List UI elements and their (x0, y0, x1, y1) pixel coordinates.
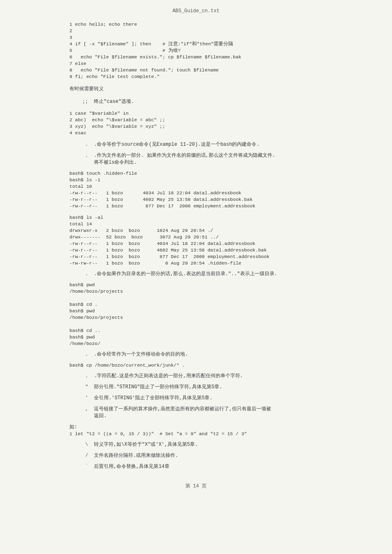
code-block-pwd: bash$ pwd /home/bozo/projects bash$ cd .… (69, 282, 368, 347)
example-intro: 如: (69, 424, 368, 431)
margin-dot-movedest: . (69, 351, 94, 358)
code-block-case: 1 case "$variable" in 2 abc) echo "\$var… (69, 110, 368, 136)
code-pre-pwd: bash$ pwd /home/bozo/projects bash$ cd .… (69, 282, 368, 347)
margin-double-semicolon: ;; (69, 98, 94, 105)
dot-source-text: .命令等价于source命令(见Example 11-20).这是一个bash的… (94, 141, 260, 148)
backtick-section: ` 后置引用,命令替换,具体见第14章 (69, 463, 368, 470)
margin-dot-hidden: . (69, 152, 94, 159)
double-quote-text: 部分引用."STRING"阻止了一部分特殊字符,具体见第5章. (94, 384, 222, 391)
dot-source-section: . .命令等价于source命令(见Example 11-20).这是一个bas… (69, 141, 368, 148)
single-quote-text: 全引用.'STRING'阻止了全部特殊字符,具体见第5章. (94, 395, 212, 402)
backtick-text: 后置引用,命令替换,具体见第14章 (94, 463, 169, 470)
margin-double-quote: " (69, 384, 94, 391)
code-pre-lsal: bash$ ls -al total 14 drwxrwxr-x 2 bozo … (69, 214, 368, 267)
dot-movedest-section: . .命令经常作为一个文件移动命令的目的地. (69, 351, 368, 358)
code-block-touch: bash$ touch .hidden-file bash$ ls -1 tot… (69, 170, 368, 209)
text-escape-content: 有时候需要转义 (69, 86, 104, 92)
code-pre-touch: bash$ touch .hidden-file bash$ ls -1 tot… (69, 170, 368, 209)
footer-text: 第 14 页 (185, 483, 207, 489)
comma-section: , 逗号链接了一系列的算术操作,虽然里边所有的内容都被运行了,但只有最后一项被返… (69, 406, 368, 420)
margin-backtick: ` (69, 463, 94, 470)
code-pre-cp: bash$ cp /home/bozo/current_work/junk/* … (69, 362, 368, 369)
page: ABS_Guide_cn.txt 1 echo hello; echo ther… (0, 0, 392, 554)
code-block-lsal: bash$ ls -al total 14 drwxrwxr-x 2 bozo … (69, 214, 368, 267)
backslash-text: 转义字符,如\X等价于"X"或'X',具体见第5章. (94, 441, 198, 448)
comma-text: 逗号链接了一系列的算术操作,虽然里边所有的内容都被运行了,但只有最后一项被返回. (94, 406, 271, 420)
dot-regex-text: .字符匹配.这是作为正则表达是的一部分,用来匹配任何的单个字符. (94, 373, 243, 380)
dot-hidden-section: . .作为文件名的一部分. 如果作为文件名的前缀的话,那么这个文件将成为隐藏文件… (69, 152, 368, 166)
margin-dot-source: . (69, 141, 94, 148)
backslash-section: \ 转义字符,如\X等价于"X"或'X',具体见第5章. (69, 441, 368, 448)
code-block-let: 1 let "t2 = ((a = 9, 15 / 3))" # Set "a … (69, 431, 368, 437)
page-footer: 第 14 页 (0, 483, 392, 489)
case-terminator-text: 终止"case"选项. (94, 98, 134, 105)
margin-slash: / (69, 452, 94, 459)
dot-hidden-text: .作为文件名的一部分. 如果作为文件名的前缀的话,那么这个文件将成为隐藏文件.将… (94, 152, 275, 166)
double-quote-section: " 部分引用."STRING"阻止了一部分特殊字符,具体见第5章. (69, 384, 368, 391)
case-terminator-section: ;; 终止"case"选项. (69, 98, 368, 105)
code-pre-1: 1 echo hello; echo there 2 3 4 if [ -x "… (69, 21, 368, 80)
dot-curdir-text: .命令如果作为目录名的一部分的话,那么.表达的是当前目录.".."表示上一级目录… (94, 271, 277, 278)
dot-movedest-text: .命令经常作为一个文件移动命令的目的地. (94, 351, 188, 358)
code-pre-let: 1 let "t2 = ((a = 9, 15 / 3))" # Set "a … (69, 431, 368, 437)
dot-regex-section: . .字符匹配.这是作为正则表达是的一部分,用来匹配任何的单个字符. (69, 373, 368, 380)
slash-section: / 文件名路径分隔符.或用来做除法操作. (69, 452, 368, 459)
margin-backslash: \ (69, 441, 94, 448)
margin-comma: , (69, 406, 94, 413)
margin-single-quote: ' (69, 395, 94, 402)
dot-curdir-section: . .命令如果作为目录名的一部分的话,那么.表达的是当前目录.".."表示上一级… (69, 271, 368, 278)
code-pre-case: 1 case "$variable" in 2 abc) echo "\$var… (69, 110, 368, 136)
margin-dot-regex: . (69, 373, 94, 380)
text-escape-intro: 有时候需要转义 (69, 86, 368, 93)
margin-dot-curdir: . (69, 271, 94, 278)
single-quote-section: ' 全引用.'STRING'阻止了全部特殊字符,具体见第5章. (69, 395, 368, 402)
slash-text: 文件名路径分隔符.或用来做除法操作. (94, 452, 178, 459)
page-title: ABS_Guide_cn.txt (0, 8, 392, 14)
code-block-cp: bash$ cp /home/bozo/current_work/junk/* … (69, 362, 368, 369)
code-block-1: 1 echo hello; echo there 2 3 4 if [ -x "… (69, 21, 368, 80)
